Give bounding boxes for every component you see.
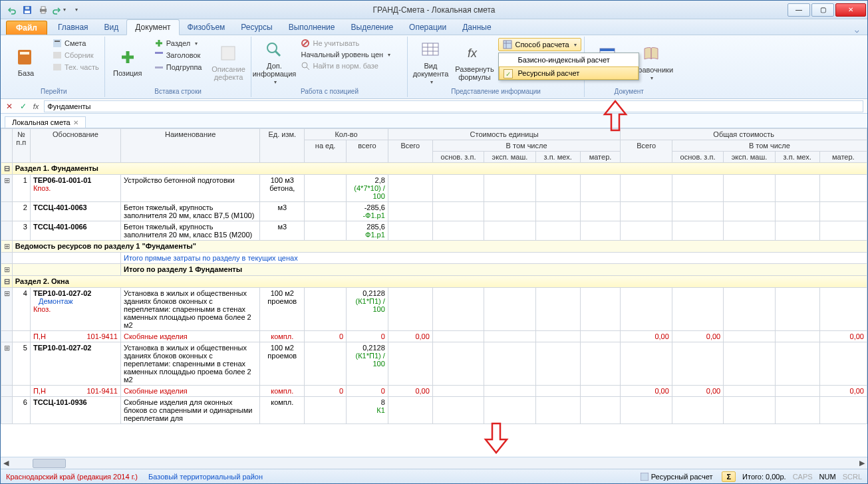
group-doc-label: Документ xyxy=(587,87,671,96)
horizontal-scrollbar[interactable]: ◀ ▶ xyxy=(1,457,867,469)
formula-input[interactable] xyxy=(44,100,863,112)
svg-rect-12 xyxy=(155,52,163,54)
table-row[interactable]: ⊞5 ТЕР10-01-027-02Установка в жилых и об… xyxy=(1,342,867,386)
table-row[interactable]: 6 ТССЦ-101-0936Скобяные изделия для окон… xyxy=(1,397,867,424)
svg-rect-13 xyxy=(155,66,163,68)
magnifier-icon xyxy=(263,39,285,60)
status-scrl: SCRL xyxy=(843,473,862,481)
svg-point-15 xyxy=(267,43,277,53)
fx-label[interactable]: fx xyxy=(33,102,39,110)
docview-button[interactable]: Вид документа xyxy=(410,38,450,86)
qat-redo-icon[interactable] xyxy=(53,3,66,17)
ribbon: База Смета Сборник Тех. часть Перейти По… xyxy=(1,35,867,99)
position-button[interactable]: Позиция xyxy=(108,38,148,86)
qat-print-icon[interactable] xyxy=(37,3,50,17)
findnorm-button[interactable]: Найти в норм. базе xyxy=(298,60,404,71)
accept-icon[interactable]: ✓ xyxy=(19,102,27,111)
close-button[interactable]: ✕ xyxy=(835,3,866,17)
table-row[interactable]: П,Н101-9411 Скобяные изделиякомпл. 00 0,… xyxy=(1,386,867,397)
section-button[interactable]: Раздел xyxy=(152,38,205,49)
tab-resources[interactable]: Ресурсы xyxy=(233,20,280,35)
tab-selection[interactable]: Выделение xyxy=(343,20,402,35)
ignore-label: Не учитывать xyxy=(313,39,359,47)
tab-main[interactable]: Главная xyxy=(50,20,96,35)
calc-opt-baseindex[interactable]: Базисно-индексный расчет xyxy=(499,53,639,66)
svg-rect-7 xyxy=(20,52,29,55)
summary-row[interactable]: Итого прямые затраты по разделу в текущи… xyxy=(1,253,867,264)
estimate-button[interactable]: Смета xyxy=(50,38,102,49)
qat-customize-icon[interactable] xyxy=(69,3,82,17)
table-row[interactable]: ⊞1 ТЕР06-01-001-01Кпоз. Устройство бетон… xyxy=(1,175,867,202)
status-total: Итого: 0,00р. xyxy=(742,473,786,481)
qat-save-icon[interactable] xyxy=(21,3,34,17)
minimize-button[interactable]: — xyxy=(788,3,810,17)
calc-opt-resource[interactable]: ✓ Ресурсный расчет xyxy=(499,66,639,80)
plus-icon xyxy=(117,47,138,68)
annotation-arrow-down xyxy=(483,421,509,454)
tab-document[interactable]: Документ xyxy=(126,19,179,35)
addinfo-label: Доп. информация xyxy=(253,62,297,78)
header-button[interactable]: Заголовок xyxy=(152,50,205,60)
maximize-button[interactable]: ▢ xyxy=(811,3,834,17)
resource-summary-row[interactable]: ⊞Ведомость ресурсов по разделу 1 "Фундам… xyxy=(1,241,867,253)
section-row[interactable]: ⊟Раздел 1. Фундаменты xyxy=(1,163,867,175)
section-row[interactable]: ⊟Раздел 2. Окна xyxy=(1,276,867,288)
tab-data[interactable]: Данные xyxy=(454,20,499,35)
header-label: Заголовок xyxy=(166,51,201,59)
status-num: NUM xyxy=(819,473,836,481)
calc-method-menu: Базисно-индексный расчет ✓ Ресурсный рас… xyxy=(498,53,639,80)
table-row[interactable]: П,Н101-9411 Скобяные изделиякомпл. 00 0,… xyxy=(1,331,867,342)
collection-label: Сборник xyxy=(65,51,94,59)
baselevel-button[interactable]: Начальный уровень цен xyxy=(298,50,404,59)
tab-file[interactable]: Файл xyxy=(6,21,47,35)
statusbar: Краснодарский край (редакция 2014 г.) Ба… xyxy=(1,469,867,483)
tab-view[interactable]: Вид xyxy=(96,20,127,35)
sheet-tab-label: Локальная смета xyxy=(12,118,71,126)
calc-method-button[interactable]: Способ расчета xyxy=(498,38,581,51)
window-title: ГРАНД-Смета - Локальная смета xyxy=(1,5,867,15)
ribbon-minimize-icon[interactable]: ⌵ xyxy=(855,26,859,35)
table-row[interactable]: 3 ТССЦ-401-0066Бетон тяжелый, крупность … xyxy=(1,221,867,241)
techpart-button[interactable]: Тех. часть xyxy=(50,62,102,72)
group-insert-label: Вставка строки xyxy=(108,87,249,96)
base-button[interactable]: База xyxy=(6,38,46,86)
svg-rect-11 xyxy=(53,64,61,70)
status-sum[interactable]: Σ xyxy=(722,471,736,482)
status-district: Базовый территориальный район xyxy=(148,473,263,481)
addinfo-button[interactable]: Доп. информация xyxy=(254,38,294,86)
calc-icon xyxy=(503,40,512,49)
subgroup-button[interactable]: Подгруппа xyxy=(152,62,205,72)
tab-execution[interactable]: Выполнение xyxy=(281,20,343,35)
techpart-label: Тех. часть xyxy=(65,63,99,71)
close-tab-icon[interactable]: ✕ xyxy=(73,119,78,126)
titlebar: ГРАНД-Смета - Локальная смета — ▢ ✕ xyxy=(1,1,867,19)
svg-rect-18 xyxy=(422,43,438,55)
svg-rect-2 xyxy=(25,7,29,9)
status-caps: CAPS xyxy=(793,473,813,481)
svg-rect-22 xyxy=(600,49,615,51)
ignore-button[interactable]: Не учитывать xyxy=(298,38,404,49)
tab-operations[interactable]: Операции xyxy=(401,20,454,35)
table-row[interactable]: ⊞4 ТЕР10-01-027-02ДемонтажКпоз. Установк… xyxy=(1,288,867,331)
expand-button[interactable]: fx Развернуть формулы xyxy=(454,38,494,86)
qat-undo-icon[interactable] xyxy=(5,3,18,17)
defect-desc-label: Описание дефекта xyxy=(212,65,245,81)
table-row[interactable]: 2 ТССЦ-401-0063Бетон тяжелый, крупность … xyxy=(1,202,867,221)
formula-bar: ✕ ✓ fx xyxy=(1,99,867,114)
svg-rect-9 xyxy=(55,41,60,42)
cancel-icon[interactable]: ✕ xyxy=(5,102,13,111)
summary-row[interactable]: ⊞Итого по разделу 1 Фундаменты xyxy=(1,264,867,276)
scroll-right-icon[interactable]: ▶ xyxy=(857,458,867,469)
scroll-left-icon[interactable]: ◀ xyxy=(1,458,11,469)
collection-button[interactable]: Сборник xyxy=(50,50,102,60)
status-mode[interactable]: Ресурсный расчет xyxy=(638,472,716,481)
subgroup-label: Подгруппа xyxy=(166,63,202,71)
position-label: Позиция xyxy=(113,69,142,77)
tab-physvol[interactable]: Физобъем xyxy=(180,20,233,35)
svg-rect-4 xyxy=(41,7,45,9)
calc-method-label: Способ расчета xyxy=(515,41,569,49)
sheet-tab-local[interactable]: Локальная смета ✕ xyxy=(5,116,86,128)
scroll-thumb[interactable] xyxy=(33,459,66,468)
svg-rect-5 xyxy=(41,11,45,13)
group-pos-label: Работа с позицией xyxy=(254,87,404,96)
